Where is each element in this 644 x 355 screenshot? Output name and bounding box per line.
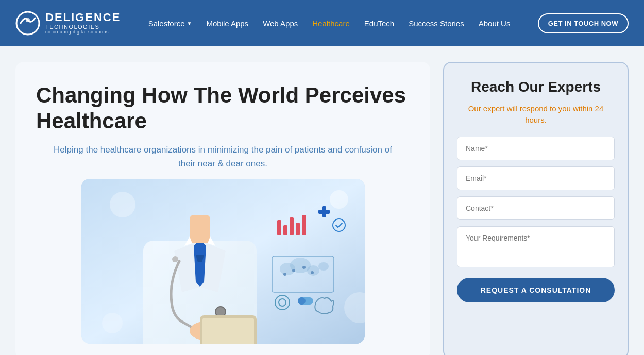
doctor-image	[81, 179, 365, 344]
contact-form-panel: Reach Our Experts Our expert will respon…	[443, 62, 629, 355]
svg-point-31	[292, 269, 295, 272]
svg-rect-37	[298, 297, 306, 305]
svg-point-32	[302, 266, 306, 269]
svg-point-9	[172, 256, 178, 262]
nav-healthcare[interactable]: Healthcare	[312, 19, 350, 28]
logo-title: DELIGENCE	[45, 11, 121, 24]
hero-panel: Changing How The World Perceives Healthc…	[15, 62, 430, 355]
svg-rect-16	[202, 318, 254, 344]
svg-rect-20	[296, 223, 300, 235]
svg-rect-19	[290, 217, 294, 235]
nav-edutech[interactable]: EduTech	[364, 19, 394, 28]
email-input[interactable]	[457, 166, 615, 190]
submit-button[interactable]: REQUEST A CONSULTATION	[457, 278, 615, 302]
svg-point-38	[110, 192, 135, 217]
nav-mobile-apps[interactable]: Mobile Apps	[206, 19, 248, 28]
requirements-textarea[interactable]	[457, 226, 615, 267]
form-fields	[457, 137, 615, 267]
nav-salesforce[interactable]: Salesforce ▼	[148, 19, 192, 28]
svg-rect-21	[302, 215, 306, 235]
svg-rect-18	[283, 225, 287, 235]
contact-input[interactable]	[457, 196, 615, 220]
logo[interactable]: DELIGENCE TECHNOLOGIES co-creating digit…	[15, 11, 121, 36]
doctor-illustration	[81, 179, 365, 344]
get-in-touch-button[interactable]: GET IN TOUCH NOW	[538, 13, 629, 33]
svg-rect-10	[190, 215, 210, 243]
svg-point-1	[26, 18, 30, 22]
svg-point-33	[311, 271, 314, 274]
svg-rect-23	[322, 206, 326, 217]
logo-tagline: co-creating digital solutions	[45, 30, 121, 35]
name-input[interactable]	[457, 137, 615, 160]
site-header: DELIGENCE TECHNOLOGIES co-creating digit…	[0, 0, 644, 46]
svg-point-28	[307, 265, 319, 276]
hero-subtitle: Helping the healthcare organizations in …	[36, 143, 410, 171]
svg-point-29	[318, 262, 329, 271]
svg-point-41	[102, 313, 123, 333]
form-subtitle: Our expert will respond to you within 24…	[457, 103, 615, 126]
logo-text: DELIGENCE TECHNOLOGIES co-creating digit…	[45, 11, 121, 35]
form-title: Reach Our Experts	[457, 78, 615, 96]
nav-web-apps[interactable]: Web Apps	[263, 19, 298, 28]
nav-about-us[interactable]: About Us	[479, 19, 511, 28]
nav-success-stories[interactable]: Success Stories	[409, 19, 464, 28]
svg-point-30	[283, 273, 286, 276]
logo-icon	[15, 11, 40, 36]
hero-title: Changing How The World Perceives Healthc…	[36, 82, 410, 134]
main-content: Changing How The World Perceives Healthc…	[0, 46, 644, 355]
svg-rect-17	[277, 220, 281, 235]
chevron-down-icon: ▼	[187, 21, 192, 26]
main-nav: Salesforce ▼ Mobile Apps Web Apps Health…	[136, 19, 522, 28]
svg-point-39	[330, 190, 348, 209]
